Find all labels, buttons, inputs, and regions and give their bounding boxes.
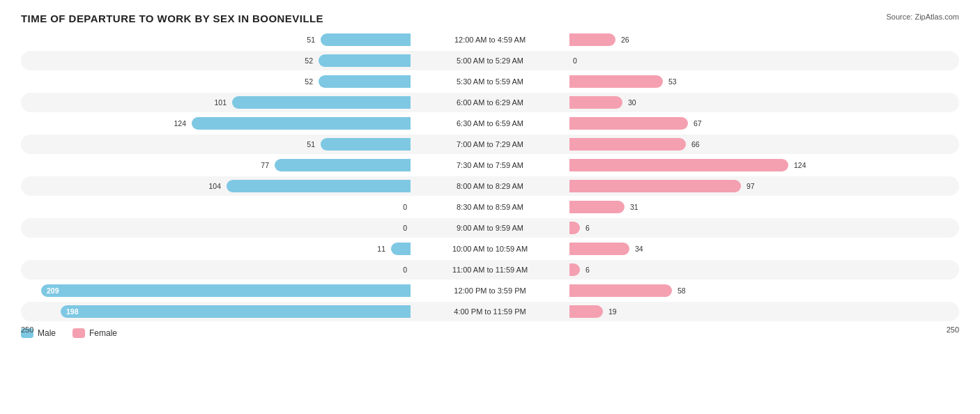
bar-female: 31: [569, 201, 625, 213]
bar-female: 97: [569, 180, 741, 192]
bar-male: 124: [192, 117, 411, 130]
female-value: 30: [628, 98, 636, 107]
male-value: 124: [174, 119, 186, 128]
right-side: 67: [567, 114, 959, 133]
female-value: 66: [691, 140, 700, 148]
female-value: 97: [747, 182, 755, 190]
left-side: 104: [21, 176, 413, 196]
male-zero: 0: [403, 266, 407, 274]
bar-female: 6: [569, 263, 580, 276]
male-zero: 0: [403, 203, 407, 211]
male-zero: 0: [403, 224, 407, 232]
chart-row: 77 7:30 AM to 7:59 AM 124: [21, 155, 959, 175]
right-side: 58: [567, 281, 959, 300]
chart-row: 209 12:00 PM to 3:59 PM 58: [21, 281, 959, 300]
male-value: 104: [208, 182, 221, 190]
chart-row: 0 9:00 AM to 9:59 AM 6: [21, 218, 959, 238]
chart-row: 52 5:00 AM to 5:29 AM 0: [21, 51, 959, 70]
time-label: 12:00 PM to 3:59 PM: [413, 286, 567, 295]
chart-row: 101 6:00 AM to 6:29 AM 30: [21, 93, 959, 112]
chart-container: TIME OF DEPARTURE TO WORK BY SEX IN BOON…: [0, 0, 980, 414]
time-label: 11:00 AM to 11:59 AM: [413, 266, 567, 274]
male-value: 11: [377, 245, 385, 253]
bar-female: 53: [569, 75, 663, 88]
right-side: 6: [567, 218, 959, 238]
bar-female: 26: [569, 33, 615, 46]
bar-male: 51: [321, 33, 411, 46]
bar-male: 209: [41, 284, 411, 297]
bar-male: 52: [319, 54, 411, 67]
male-legend-label: Male: [38, 328, 56, 338]
female-value: 58: [677, 286, 686, 295]
time-label: 8:00 AM to 8:29 AM: [413, 182, 567, 190]
time-label: 7:30 AM to 7:59 AM: [413, 161, 567, 169]
chart-row: 198 4:00 PM to 11:59 PM 19: [21, 302, 959, 321]
female-value: 34: [635, 245, 643, 253]
right-side: 0: [567, 51, 959, 70]
left-side: 101: [21, 93, 413, 112]
rows-wrapper: 51 12:00 AM to 4:59 AM 26 52 5:00 AM to …: [21, 30, 959, 321]
left-side: 209: [21, 281, 413, 300]
chart-area: 51 12:00 AM to 4:59 AM 26 52 5:00 AM to …: [21, 30, 959, 355]
time-label: 8:30 AM to 8:59 AM: [413, 203, 567, 211]
left-side: 198: [21, 302, 413, 321]
bar-female: 6: [569, 222, 580, 234]
female-value: 26: [621, 36, 629, 44]
chart-row: 51 7:00 AM to 7:29 AM 66: [21, 135, 959, 154]
chart-row: 11 10:00 AM to 10:59 AM 34: [21, 239, 959, 259]
left-side: 52: [21, 51, 413, 70]
bar-male: 11: [391, 243, 411, 255]
right-side: 53: [567, 72, 959, 91]
time-label: 5:00 AM to 5:29 AM: [413, 56, 567, 65]
chart-row: 51 12:00 AM to 4:59 AM 26: [21, 30, 959, 49]
male-value-inside: 198: [66, 307, 79, 316]
bar-male: 198: [61, 305, 411, 318]
chart-row: 104 8:00 AM to 8:29 AM 97: [21, 176, 959, 196]
right-side: 34: [567, 239, 959, 259]
right-side: 30: [567, 93, 959, 112]
time-label: 5:30 AM to 5:59 AM: [413, 77, 567, 86]
axis-left: 250: [21, 325, 33, 334]
right-side: 66: [567, 135, 959, 154]
female-value: 31: [630, 203, 638, 211]
left-side: 0: [21, 197, 413, 217]
female-value: 6: [585, 224, 590, 232]
male-value: 101: [214, 98, 227, 107]
male-value-inside: 209: [47, 286, 59, 295]
left-side: 52: [21, 72, 413, 91]
time-label: 6:30 AM to 6:59 AM: [413, 119, 567, 128]
time-label: 12:00 AM to 4:59 AM: [413, 36, 567, 44]
male-value: 77: [261, 161, 269, 169]
source-label: Source: ZipAtlas.com: [886, 13, 959, 21]
bar-female: 66: [569, 138, 686, 151]
time-label: 9:00 AM to 9:59 AM: [413, 224, 567, 232]
time-label: 6:00 AM to 6:29 AM: [413, 98, 567, 107]
right-side: 97: [567, 176, 959, 196]
bar-female: 124: [569, 159, 788, 171]
time-label: 7:00 AM to 7:29 AM: [413, 140, 567, 148]
left-side: 0: [21, 260, 413, 279]
female-legend-label: Female: [89, 328, 117, 338]
female-value: 67: [694, 119, 702, 128]
bar-female: 19: [569, 305, 603, 318]
left-side: 0: [21, 218, 413, 238]
left-side: 77: [21, 155, 413, 175]
left-side: 51: [21, 135, 413, 154]
right-side: 6: [567, 260, 959, 279]
right-side: 19: [567, 302, 959, 321]
chart-title: TIME OF DEPARTURE TO WORK BY SEX IN BOON…: [21, 13, 959, 24]
female-value: 53: [668, 77, 677, 86]
right-side: 31: [567, 197, 959, 217]
chart-row: 52 5:30 AM to 5:59 AM 53: [21, 72, 959, 91]
female-swatch: [72, 328, 85, 338]
legend-female: Female: [72, 328, 117, 338]
axis-right: 250: [947, 325, 959, 334]
bar-male: 104: [227, 180, 411, 192]
bar-male: 101: [232, 96, 411, 109]
left-side: 11: [21, 239, 413, 259]
right-side: 26: [567, 30, 959, 49]
bar-male: 77: [275, 159, 411, 171]
time-label: 10:00 AM to 10:59 AM: [413, 245, 567, 253]
left-side: 124: [21, 114, 413, 133]
female-value: 6: [585, 266, 590, 274]
